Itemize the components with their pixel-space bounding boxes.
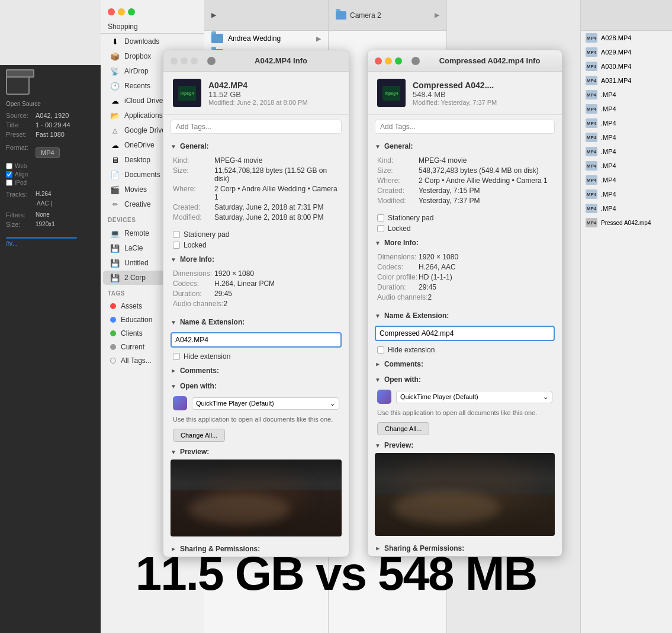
- info1-maximize[interactable]: [191, 57, 198, 65]
- info2-tags-input[interactable]: [375, 120, 555, 134]
- sidebar-item-downloads[interactable]: ⬇ Downloads: [103, 34, 202, 49]
- info2-general-header[interactable]: ▼ General:: [368, 139, 562, 154]
- info2-duration-label: Duration:: [377, 283, 419, 291]
- info2-nameext-header[interactable]: ▼ Name & Extension:: [368, 308, 562, 323]
- info1-app-selector[interactable]: QuickTime Player (Default) ⌄: [192, 397, 339, 410]
- mp4-icon-a030: MP4: [586, 62, 597, 71]
- info1-close[interactable]: [171, 57, 178, 65]
- minimize-button[interactable]: [118, 8, 125, 15]
- info2-hideext-checkbox[interactable]: [377, 346, 384, 354]
- info1-change-all-btn[interactable]: Change All...: [173, 429, 225, 442]
- info1-codecs-value: H.264, Linear PCM: [214, 279, 339, 288]
- shopping-tab[interactable]: Shopping: [101, 20, 204, 34]
- info1-preview-gradient: [171, 490, 342, 536]
- education-label: Education: [121, 316, 152, 324]
- tracks-value: H.264: [36, 191, 52, 198]
- info1-openwith-triangle: ▼: [171, 383, 176, 390]
- info2-change-all-btn[interactable]: Change All...: [377, 422, 429, 435]
- info1-hideext-checkbox[interactable]: [173, 353, 180, 360]
- info1-hideext-label: Hide extension: [184, 352, 230, 361]
- info1-locked-checkbox[interactable]: [173, 242, 180, 249]
- info1-openwith-header[interactable]: ▼ Open with:: [163, 378, 349, 394]
- info2-name-input[interactable]: [375, 326, 555, 341]
- info2-close[interactable]: [375, 57, 382, 65]
- applications-icon: 📂: [110, 111, 120, 120]
- info2-where-label: Where:: [377, 176, 419, 185]
- source-label-key: Source:: [6, 112, 36, 119]
- info1-nameext-triangle: ▼: [171, 319, 176, 326]
- close-button[interactable]: [108, 8, 115, 15]
- info2-comments-title: Comments:: [384, 360, 423, 368]
- info2-openwith-header[interactable]: ▼ Open with:: [368, 372, 562, 387]
- info2-locked-checkbox[interactable]: [377, 225, 384, 232]
- info2-minimize[interactable]: [385, 57, 392, 65]
- info1-comments-header[interactable]: ▼ Comments:: [163, 363, 349, 378]
- info2-app-selector[interactable]: QuickTime Player (Default) ⌄: [396, 391, 552, 403]
- mp4-item-9[interactable]: MP4 .MP4: [581, 159, 672, 173]
- mp4-icon-6: MP4: [586, 118, 597, 128]
- info1-general-title: General:: [180, 142, 209, 150]
- mp4-item-a028[interactable]: MP4 A028.MP4: [581, 31, 672, 45]
- info2-comments-header[interactable]: ▼ Comments:: [368, 356, 562, 372]
- mp4-icon-a029: MP4: [586, 47, 597, 57]
- info2-openwith-title: Open with:: [384, 375, 421, 384]
- web-checkbox[interactable]: [6, 163, 12, 169]
- mp4-item-10[interactable]: MP4 .MP4: [581, 173, 672, 187]
- mp4-item-11[interactable]: MP4 .MP4: [581, 187, 672, 201]
- assets-tag-dot: [110, 303, 116, 309]
- align-checkbox[interactable]: [6, 171, 12, 178]
- info1-minimize[interactable]: [181, 57, 188, 65]
- info2-preview-header[interactable]: ▼ Preview:: [368, 438, 562, 453]
- mp4-item-8[interactable]: MP4 .MP4: [581, 144, 672, 159]
- info1-audio-value: 2: [223, 300, 339, 308]
- folder-andrea-wedding[interactable]: Andrea Wedding ▶: [204, 31, 328, 46]
- info2-preview-image: [375, 453, 555, 536]
- info1-duration-label: Duration:: [173, 290, 214, 298]
- format-btn[interactable]: MP4: [36, 147, 60, 158]
- info1-stationery-checkbox[interactable]: [173, 231, 180, 238]
- info1-moreinfo-header[interactable]: ▼ More Info:: [163, 252, 349, 267]
- maximize-button[interactable]: [128, 8, 135, 15]
- info-panel-2-header: Compressed A042.mp4 Info: [368, 50, 562, 72]
- mp4-icon-12: MP4: [586, 204, 597, 213]
- all-tags-dot: [110, 358, 116, 364]
- airdrop-label: AirDrop: [124, 67, 149, 75]
- info1-nameext-header[interactable]: ▼ Name & Extension:: [163, 314, 349, 330]
- info2-hideext-row: Hide extension: [377, 346, 552, 354]
- info1-modified-label: Modified:: [173, 213, 214, 221]
- current-label: Current: [121, 343, 144, 351]
- ipod-checkbox[interactable]: [6, 179, 12, 186]
- documents-icon: 📄: [110, 170, 120, 179]
- mp4-item-a031[interactable]: MP4 A031.MP4: [581, 73, 672, 88]
- mp4-label-a029: A029.MP4: [601, 49, 631, 56]
- corp-icon: 💾: [110, 273, 120, 282]
- mp4-item-6[interactable]: MP4 .MP4: [581, 116, 672, 130]
- info1-tags-input[interactable]: [171, 120, 342, 134]
- mp4-item-a029[interactable]: MP4 A029.MP4: [581, 45, 672, 59]
- info1-where-label: Where:: [173, 185, 214, 201]
- mp4-item-7[interactable]: MP4 .MP4: [581, 130, 672, 144]
- info1-preview-header[interactable]: ▼ Preview:: [163, 444, 349, 460]
- info1-general-header[interactable]: ▼ General:: [163, 139, 349, 154]
- info2-stationery-checkbox[interactable]: [377, 214, 384, 221]
- applications-label: Applications: [124, 111, 163, 120]
- audio-track: AAC (: [6, 200, 95, 207]
- mp4-label-a031: A031.MP4: [601, 77, 631, 84]
- documents-label: Documents: [124, 171, 160, 179]
- mp4-label-10: .MP4: [601, 176, 616, 184]
- info1-name-input[interactable]: [171, 332, 342, 348]
- mp4-label-5: .MP4: [601, 105, 616, 113]
- mp4-icon-11: MP4: [586, 189, 597, 199]
- info1-moreinfo-triangle: ▼: [171, 256, 176, 263]
- info2-moreinfo-header[interactable]: ▼ More Info:: [368, 235, 562, 250]
- info1-sharing-header[interactable]: ▼ Sharing & Permissions:: [163, 541, 349, 557]
- mp4-item-a030[interactable]: MP4 A030.MP4: [581, 59, 672, 73]
- info2-maximize[interactable]: [395, 57, 402, 65]
- info2-locked-label: Locked: [388, 224, 411, 233]
- info1-moreinfo-title: More Info:: [180, 255, 214, 264]
- mp4-item-12[interactable]: MP4 .MP4: [581, 201, 672, 216]
- mp4-item-compressed[interactable]: MP4 Pressed A042.mp4: [581, 216, 672, 230]
- info2-sharing-header[interactable]: ▼ Sharing & Permissions:: [368, 541, 562, 556]
- mp4-item-5[interactable]: MP4 .MP4: [581, 102, 672, 116]
- mp4-item-4[interactable]: MP4 .MP4: [581, 88, 672, 102]
